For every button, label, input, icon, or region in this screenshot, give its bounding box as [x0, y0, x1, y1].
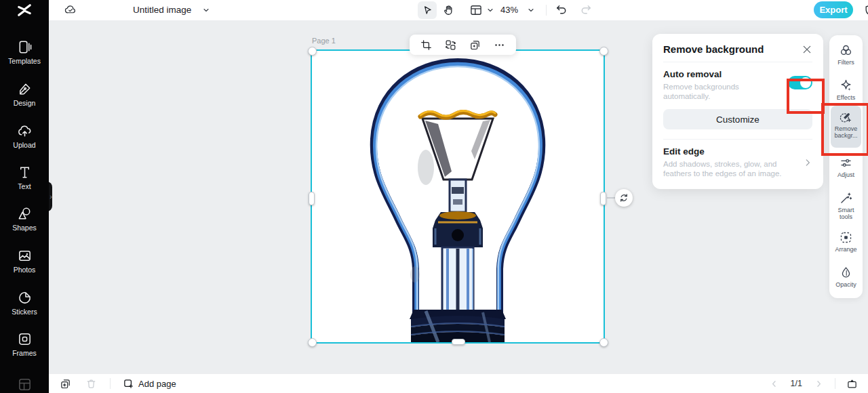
- close-icon[interactable]: [802, 44, 812, 55]
- selection-handle-bottom-right[interactable]: [599, 338, 608, 347]
- hand-tool-icon[interactable]: [442, 3, 456, 17]
- lightbulb-image[interactable]: [312, 51, 604, 342]
- rotate-icon: [619, 193, 629, 203]
- chevron-right-icon: ›: [50, 192, 52, 201]
- edit-edge-title: Edit edge: [663, 146, 796, 157]
- replace-button[interactable]: [442, 37, 458, 53]
- document-title[interactable]: Untitled image: [133, 0, 191, 20]
- crop-icon: [420, 39, 432, 51]
- more-icon: [494, 39, 505, 51]
- tool-label: Adjust: [837, 171, 854, 178]
- bottom-bar-divider: [110, 378, 111, 389]
- templates-icon: [17, 39, 33, 55]
- sidebar-item-shapes[interactable]: Shapes: [0, 206, 49, 240]
- remove-background-panel: Remove background Auto removal Remove ba…: [652, 34, 823, 189]
- tool-arrange[interactable]: Arrange: [831, 226, 861, 260]
- zoom-level[interactable]: 43%: [500, 0, 518, 20]
- panel-divider: [663, 139, 812, 140]
- auto-removal-title: Auto removal: [663, 69, 772, 79]
- zoom-chevron-down-icon[interactable]: [527, 6, 535, 14]
- redo-icon[interactable]: [579, 3, 593, 17]
- export-button[interactable]: Export: [814, 1, 853, 18]
- present-button[interactable]: [845, 377, 859, 390]
- sidebar-item-text[interactable]: Text: [0, 165, 49, 199]
- sidebar-item-frames[interactable]: Frames: [0, 331, 49, 365]
- sidebar-item-design[interactable]: Design: [0, 81, 49, 115]
- bottom-bar: Add page 1/1: [49, 373, 868, 393]
- sidebar-item-partial[interactable]: [0, 377, 49, 393]
- undo-icon[interactable]: [555, 3, 568, 17]
- auto-removal-toggle[interactable]: [788, 76, 812, 89]
- sidebar-item-upload[interactable]: Upload: [0, 123, 49, 157]
- crop-button[interactable]: [418, 37, 434, 53]
- rotate-handle[interactable]: [615, 189, 633, 207]
- tool-filters[interactable]: Filters: [831, 39, 861, 73]
- duplicate-button[interactable]: [467, 37, 484, 53]
- bottom-bar-divider: [835, 378, 835, 389]
- tool-label: Smart tools: [831, 207, 861, 220]
- text-icon: [17, 165, 33, 180]
- filters-icon: [839, 43, 853, 58]
- sidebar-item-label: Photos: [14, 266, 36, 274]
- add-page-button[interactable]: Add page: [123, 378, 176, 390]
- layout-icon[interactable]: [469, 3, 483, 17]
- page-label: Page 1: [312, 37, 336, 45]
- right-tool-strip: Filters Effects Remove backgr... Adjust …: [829, 35, 863, 298]
- next-page-button[interactable]: [812, 377, 825, 390]
- chevron-left-icon: [769, 379, 779, 389]
- delete-page-button[interactable]: [84, 377, 98, 390]
- tool-effects[interactable]: Effects: [831, 75, 861, 108]
- canvas-page[interactable]: [312, 51, 604, 342]
- present-icon: [846, 378, 858, 390]
- copy-page-icon: [60, 378, 71, 390]
- opacity-icon: [839, 266, 853, 280]
- sidebar-item-label: Design: [14, 99, 36, 107]
- tool-opacity[interactable]: Opacity: [831, 262, 861, 295]
- shapes-icon: [17, 206, 33, 222]
- sidebar-item-label: Templates: [8, 57, 41, 65]
- tool-adjust[interactable]: Adjust: [831, 152, 861, 186]
- tool-smart-tools[interactable]: Smart tools: [831, 187, 861, 225]
- selection-handle-right[interactable]: [600, 192, 606, 205]
- edit-edge-description: Add shadows, strokes, glow, and feathers…: [663, 159, 796, 178]
- shield-check-icon[interactable]: [863, 3, 868, 17]
- cloud-check-icon: [64, 3, 77, 17]
- trash-icon: [85, 378, 97, 390]
- sidebar-item-templates[interactable]: Templates: [0, 39, 49, 73]
- upload-icon: [17, 123, 33, 139]
- selection-handle-bottom-left[interactable]: [308, 338, 317, 347]
- edit-edge-row[interactable]: Edit edge Add shadows, strokes, glow, an…: [663, 146, 812, 178]
- select-tool-button[interactable]: [418, 1, 437, 19]
- auto-removal-description: Remove backgrounds automatically.: [663, 82, 765, 101]
- smart-tools-icon: [839, 191, 853, 205]
- tool-label: Opacity: [835, 281, 856, 288]
- capcut-logo[interactable]: [0, 0, 49, 20]
- prev-page-button[interactable]: [768, 377, 781, 390]
- chevron-right-icon: [814, 379, 824, 389]
- sidebar-item-label: Text: [18, 182, 31, 190]
- selection-toolbar: [410, 35, 516, 55]
- layout-chevron-down-icon[interactable]: [486, 6, 494, 14]
- toolbar-divider: [546, 5, 547, 16]
- sidebar-item-photos[interactable]: Photos: [0, 248, 49, 282]
- selection-handle-bottom[interactable]: [452, 339, 465, 345]
- effects-icon: [839, 79, 853, 93]
- copy-page-button[interactable]: [58, 377, 72, 390]
- selection-handle-top-left[interactable]: [308, 47, 317, 56]
- selection-handle-left[interactable]: [309, 192, 315, 205]
- arrange-icon: [839, 230, 853, 245]
- customize-button[interactable]: Customize: [663, 109, 812, 129]
- panel-divider: [663, 62, 812, 62]
- tool-label: Remove backgr...: [831, 125, 861, 139]
- more-options-button[interactable]: [492, 37, 508, 53]
- sidebar-item-label: Stickers: [12, 308, 37, 316]
- panel-title: Remove background: [663, 43, 764, 55]
- page-indicator: 1/1: [791, 379, 802, 388]
- tool-remove-background[interactable]: Remove backgr...: [831, 106, 861, 148]
- title-chevron-down-icon[interactable]: [202, 6, 210, 14]
- selection-handle-top-right[interactable]: [599, 47, 608, 56]
- add-page-icon: [123, 378, 134, 390]
- top-bar: Untitled image 43% Export h: [49, 0, 868, 20]
- sidebar-item-stickers[interactable]: Stickers: [0, 290, 49, 324]
- sidebar-item-label: Shapes: [12, 224, 37, 232]
